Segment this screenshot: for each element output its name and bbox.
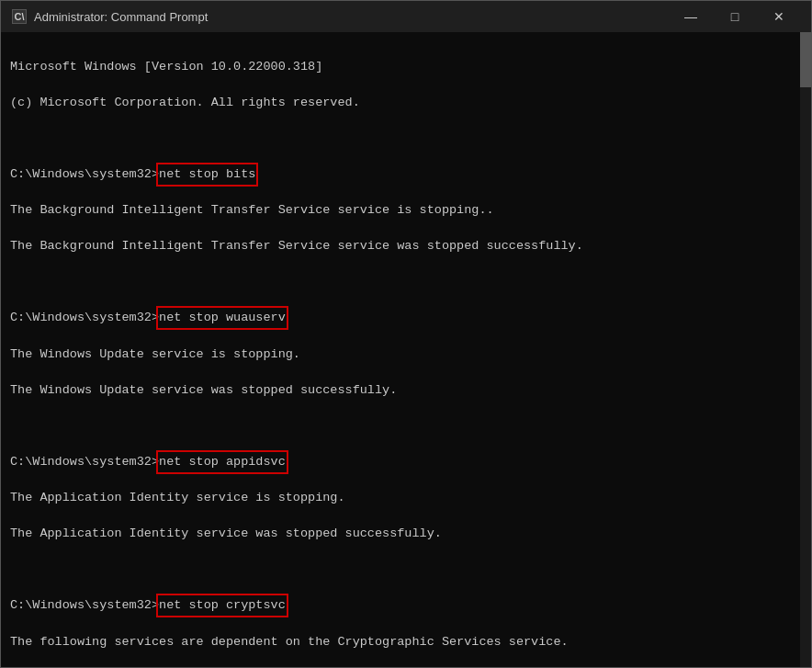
close-button[interactable]: ✕ — [758, 1, 800, 32]
line-2: (c) Microsoft Corporation. All rights re… — [10, 94, 802, 112]
line-blank-2 — [10, 273, 802, 291]
scrollbar[interactable] — [800, 32, 811, 667]
line-appid-1: The Application Identity service is stop… — [10, 489, 802, 507]
line-cmd-appid: C:\Windows\system32>net stop appidsvc — [10, 453, 802, 471]
line-cmd-bits: C:\Windows\system32>net stop bits — [10, 165, 802, 184]
window-title: Administrator: Command Prompt — [34, 10, 670, 24]
line-appid-2: The Application Identity service was sto… — [10, 525, 802, 543]
window: C\ Administrator: Command Prompt — □ ✕ M… — [0, 0, 812, 668]
line-blank-3 — [10, 417, 802, 436]
line-crypt-1: The following services are dependent on … — [10, 633, 802, 651]
scrollbar-thumb[interactable] — [800, 32, 811, 87]
app-icon: C\ — [12, 9, 27, 24]
line-wua-1: The Windows Update service is stopping. — [10, 345, 802, 364]
line-wua-2: The Windows Update service was stopped s… — [10, 381, 802, 400]
line-1: Microsoft Windows [Version 10.0.22000.31… — [10, 58, 802, 76]
minimize-button[interactable]: — — [670, 1, 712, 32]
maximize-button[interactable]: □ — [714, 1, 756, 32]
terminal-output: Microsoft Windows [Version 10.0.22000.31… — [10, 40, 802, 667]
line-blank-1 — [10, 130, 802, 148]
line-cmd-crypt: C:\Windows\system32>net stop cryptsvc — [10, 596, 802, 615]
line-cmd-wua: C:\Windows\system32>net stop wuauserv — [10, 309, 802, 327]
terminal: Microsoft Windows [Version 10.0.22000.31… — [1, 32, 811, 667]
line-bits-2: The Background Intelligent Transfer Serv… — [10, 237, 802, 255]
line-blank-4 — [10, 560, 802, 579]
window-controls: — □ ✕ — [670, 1, 800, 32]
title-bar: C\ Administrator: Command Prompt — □ ✕ — [1, 1, 811, 32]
line-bits-1: The Background Intelligent Transfer Serv… — [10, 201, 802, 220]
